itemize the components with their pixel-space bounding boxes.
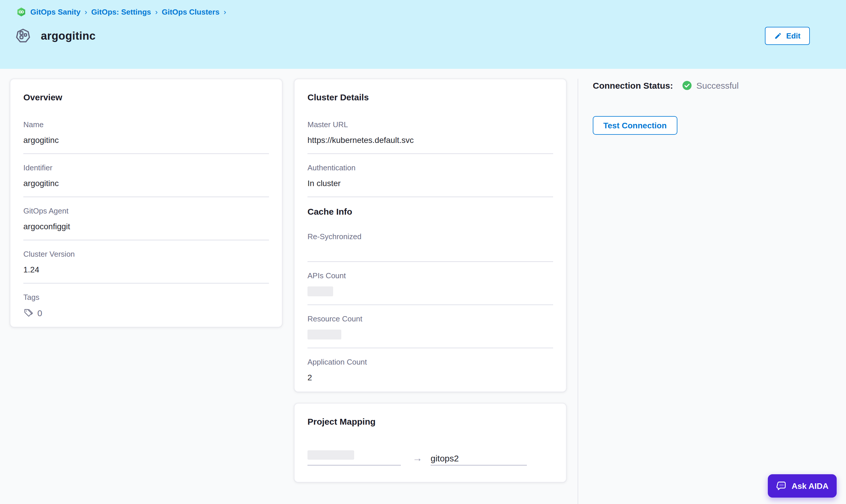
field-name: Name argogitinc [23,120,269,154]
field-divider [307,197,553,197]
connection-status-text: Successful [696,80,739,90]
edit-button-label: Edit [786,32,800,40]
field-divider [23,154,269,154]
field-master-url: Master URL https://kubernetes.default.sv… [307,120,553,154]
field-value: argogitinc [23,135,269,145]
field-authentication: Authentication In cluster [307,163,553,197]
field-resynchronized: Re-Sychronized [307,232,553,262]
connection-status-value: Successful [682,80,739,90]
tags-count: 0 [37,308,42,318]
field-divider [307,261,553,262]
value-placeholder [307,450,354,460]
field-value: In cluster [307,179,553,188]
field-label: Application Count [307,358,553,367]
field-label: Re-Sychronized [307,232,553,241]
field-value: argogitinc [23,179,269,188]
field-label: APIs Count [307,271,553,281]
cache-info-section-title: Cache Info [307,206,553,217]
overview-card-title: Overview [23,92,269,103]
check-circle-icon [682,80,692,90]
breadcrumb-separator: › [155,7,158,16]
breadcrumb-link-gitops-clusters[interactable]: GitOps Clusters [162,7,219,16]
test-connection-button-label: Test Connection [603,121,667,130]
breadcrumb: GitOps Sanity › GitOps: Settings › GitOp… [16,7,226,17]
field-label: Master URL [307,120,553,129]
cluster-details-card: Cluster Details Master URL https://kuber… [294,79,566,392]
field-resource-count: Resource Count [307,314,553,348]
breadcrumb-link-gitops-settings[interactable]: GitOps: Settings [91,7,151,16]
field-divider [23,197,269,197]
field-label: Tags [23,293,269,302]
field-label: Resource Count [307,314,553,324]
page-header: GitOps Sanity › GitOps: Settings › GitOp… [0,0,846,69]
field-divider [23,240,269,240]
ask-aida-button[interactable]: Ask AIDA [768,474,837,498]
field-identifier: Identifier argogitinc [23,163,269,197]
breadcrumb-link-gitops-sanity[interactable]: GitOps Sanity [30,7,80,16]
gitops-icon [16,7,26,17]
field-value: 1.24 [23,265,269,275]
edit-button[interactable]: Edit [765,27,810,45]
value-placeholder [307,329,341,340]
cluster-icon [15,28,31,44]
mapping-target-field: gitops2 [431,453,527,466]
value-placeholder [307,286,333,296]
breadcrumb-separator: › [223,7,226,16]
field-label: GitOps Agent [23,206,269,216]
field-value [307,247,553,253]
field-divider [307,154,553,154]
field-label: Identifier [23,163,269,173]
overview-card: Overview Name argogitinc Identifier argo… [10,79,282,327]
mapping-source-field [307,450,401,466]
connection-status-row: Connection Status: Successful [593,80,739,90]
field-value: 2 [307,373,553,383]
arrow-right-icon: → [413,453,422,463]
field-label: Cluster Version [23,250,269,259]
field-divider [23,283,269,284]
field-divider [307,348,553,348]
field-label: Authentication [307,163,553,173]
field-gitops-agent: GitOps Agent argoconfiggit [23,206,269,240]
page-title: argogitinc [41,30,96,42]
gitops-cluster-detail-page: GitOps Sanity › GitOps: Settings › GitOp… [0,0,846,504]
project-mapping-row: → gitops2 [307,450,553,466]
breadcrumb-separator: › [85,7,87,16]
cluster-details-card-title: Cluster Details [307,92,553,103]
test-connection-button[interactable]: Test Connection [593,116,677,135]
field-value: https://kubernetes.default.svc [307,135,553,145]
field-label: Name [23,120,269,129]
field-apis-count: APIs Count [307,271,553,305]
tags-icon [23,308,33,318]
title-row: argogitinc [15,28,96,44]
field-value: argoconfiggit [23,222,269,232]
connection-status-label: Connection Status: [593,80,673,90]
tags-count-row: 0 [23,308,269,318]
field-tags: Tags 0 [23,293,269,318]
field-application-count: Application Count 2 [307,358,553,383]
chat-bubble-icon [776,480,787,491]
field-divider [307,305,553,305]
field-cluster-version: Cluster Version 1.24 [23,250,269,284]
content-divider [578,79,578,504]
edit-pencil-icon [775,32,782,40]
ask-aida-button-label: Ask AIDA [791,481,828,490]
project-mapping-card: Project Mapping → gitops2 [294,403,566,482]
project-mapping-card-title: Project Mapping [307,416,553,427]
